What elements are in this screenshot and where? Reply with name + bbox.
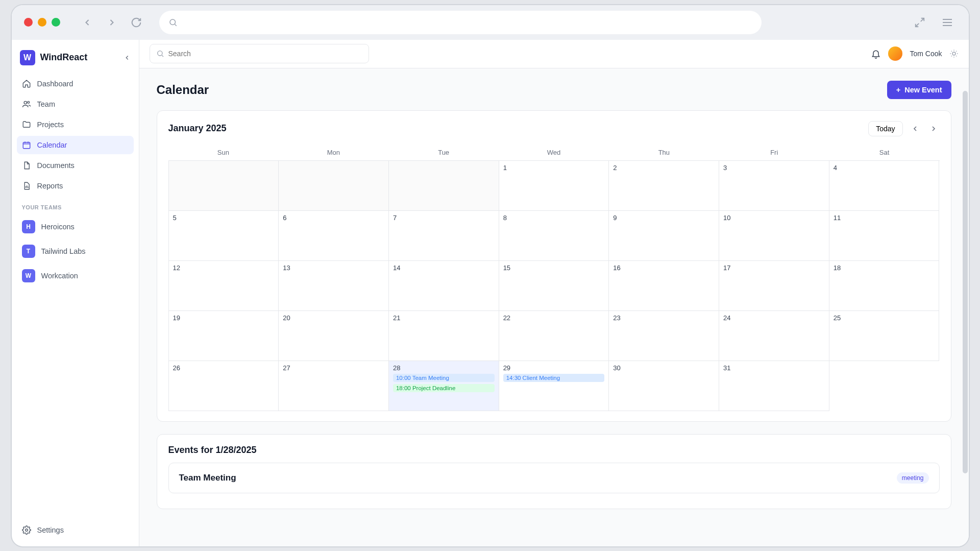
calendar-cell[interactable]: 16 xyxy=(609,261,719,311)
new-event-button[interactable]: + New Event xyxy=(887,81,951,99)
home-icon xyxy=(22,79,31,88)
calendar-card: January 2025 Today Sun Mon Tue Wed Thu xyxy=(157,110,951,422)
calendar-cell[interactable]: 4 xyxy=(829,161,940,211)
notifications-button[interactable] xyxy=(871,49,881,59)
calendar-cell[interactable]: 30 xyxy=(609,361,719,411)
next-month-button[interactable] xyxy=(927,123,940,135)
event-tag: meeting xyxy=(897,472,929,484)
chart-icon xyxy=(22,181,31,190)
forward-button[interactable] xyxy=(102,13,121,32)
collapse-sidebar-button[interactable] xyxy=(124,54,131,61)
dow-sat: Sat xyxy=(829,145,940,160)
sidebar-item-settings[interactable]: Settings xyxy=(17,521,134,539)
calendar-cell[interactable] xyxy=(169,161,279,211)
sidebar-item-dashboard[interactable]: Dashboard xyxy=(17,75,134,93)
team-badge: W xyxy=(22,269,35,282)
document-icon xyxy=(22,161,31,170)
calendar-cell[interactable]: 2810:00 Team Meeting18:00 Project Deadli… xyxy=(389,361,499,411)
folder-icon xyxy=(22,120,31,129)
calendar-cell[interactable]: 10 xyxy=(719,211,829,261)
calendar-cell[interactable]: 31 xyxy=(719,361,829,411)
calendar-cell[interactable]: 17 xyxy=(719,261,829,311)
sidebar: W WindReact Dashboard Team Projects Ca xyxy=(12,40,139,546)
menu-icon[interactable] xyxy=(938,13,957,32)
calendar-cell[interactable]: 3 xyxy=(719,161,829,211)
sidebar-team-heroicons[interactable]: H Heroicons xyxy=(17,215,134,238)
calendar-cell[interactable]: 22 xyxy=(499,311,609,361)
today-button[interactable]: Today xyxy=(868,121,902,136)
svg-point-17 xyxy=(157,51,162,56)
events-card: Events for 1/28/2025 Team Meeting meetin… xyxy=(157,434,951,509)
plus-icon: + xyxy=(896,86,900,94)
search-icon xyxy=(156,50,164,58)
window-minimize-icon[interactable] xyxy=(38,18,46,27)
user-name: Tom Cook xyxy=(910,50,942,58)
calendar-cell[interactable]: 24 xyxy=(719,311,829,361)
calendar-cell[interactable] xyxy=(279,161,389,211)
calendar-event[interactable]: 10:00 Team Meeting xyxy=(393,374,495,382)
window-close-icon[interactable] xyxy=(24,18,33,27)
sidebar-item-label: Projects xyxy=(37,121,64,129)
calendar-event[interactable]: 14:30 Client Meeting xyxy=(503,374,605,382)
sidebar-item-calendar[interactable]: Calendar xyxy=(17,136,134,154)
app-brand: WindReact xyxy=(40,52,88,63)
calendar-cell[interactable]: 2914:30 Client Meeting xyxy=(499,361,609,411)
calendar-cell[interactable]: 25 xyxy=(829,311,940,361)
svg-rect-9 xyxy=(23,142,30,148)
reload-button[interactable] xyxy=(127,13,146,32)
calendar-cell[interactable]: 19 xyxy=(169,311,279,361)
svg-point-0 xyxy=(170,19,176,25)
calendar-cell[interactable]: 27 xyxy=(279,361,389,411)
calendar-cell[interactable]: 21 xyxy=(389,311,499,361)
dow-sun: Sun xyxy=(168,145,279,160)
app-logo: W xyxy=(20,50,35,65)
calendar-cell[interactable]: 7 xyxy=(389,211,499,261)
svg-line-22 xyxy=(951,51,951,52)
calendar-cell[interactable]: 20 xyxy=(279,311,389,361)
dow-mon: Mon xyxy=(278,145,388,160)
search-field[interactable] xyxy=(168,50,362,58)
calendar-cell[interactable]: 2 xyxy=(609,161,719,211)
calendar-cell[interactable]: 11 xyxy=(829,211,940,261)
sidebar-item-documents[interactable]: Documents xyxy=(17,156,134,175)
sidebar-item-label: Calendar xyxy=(37,141,67,149)
svg-line-3 xyxy=(915,23,918,26)
svg-point-19 xyxy=(952,52,955,55)
back-button[interactable] xyxy=(78,13,97,32)
calendar-cell[interactable]: 1 xyxy=(499,161,609,211)
scrollbar[interactable] xyxy=(962,91,968,526)
url-bar[interactable] xyxy=(159,11,762,34)
calendar-cell[interactable] xyxy=(389,161,499,211)
search-input[interactable] xyxy=(150,44,369,63)
sidebar-team-workcation[interactable]: W Workcation xyxy=(17,265,134,287)
calendar-event[interactable]: 18:00 Project Deadline xyxy=(393,384,495,392)
svg-line-27 xyxy=(956,51,957,52)
calendar-cell[interactable]: 14 xyxy=(389,261,499,311)
sidebar-item-label: Team xyxy=(37,100,55,108)
calendar-cell[interactable]: 8 xyxy=(499,211,609,261)
calendar-cell[interactable]: 18 xyxy=(829,261,940,311)
svg-point-8 xyxy=(27,101,29,103)
sidebar-item-reports[interactable]: Reports xyxy=(17,177,134,195)
prev-month-button[interactable] xyxy=(909,123,921,135)
window-maximize-icon[interactable] xyxy=(52,18,60,27)
theme-toggle[interactable] xyxy=(949,49,959,58)
calendar-cell[interactable]: 13 xyxy=(279,261,389,311)
calendar-cell[interactable]: 5 xyxy=(169,211,279,261)
calendar-cell[interactable]: 15 xyxy=(499,261,609,311)
sidebar-team-tailwind[interactable]: T Tailwind Labs xyxy=(17,240,134,262)
calendar-cell[interactable]: 12 xyxy=(169,261,279,311)
expand-icon[interactable] xyxy=(911,13,929,32)
svg-point-7 xyxy=(24,101,27,104)
sidebar-item-team[interactable]: Team xyxy=(17,95,134,113)
calendar-cell[interactable]: 9 xyxy=(609,211,719,261)
sidebar-item-label: Settings xyxy=(37,526,64,534)
calendar-cell[interactable]: 26 xyxy=(169,361,279,411)
sidebar-item-projects[interactable]: Projects xyxy=(17,115,134,134)
team-badge: T xyxy=(22,245,35,258)
calendar-cell[interactable]: 6 xyxy=(279,211,389,261)
avatar[interactable] xyxy=(888,46,902,61)
calendar-cell[interactable]: 23 xyxy=(609,311,719,361)
svg-line-2 xyxy=(920,18,923,21)
event-entry[interactable]: Team Meeting meeting xyxy=(168,463,940,493)
